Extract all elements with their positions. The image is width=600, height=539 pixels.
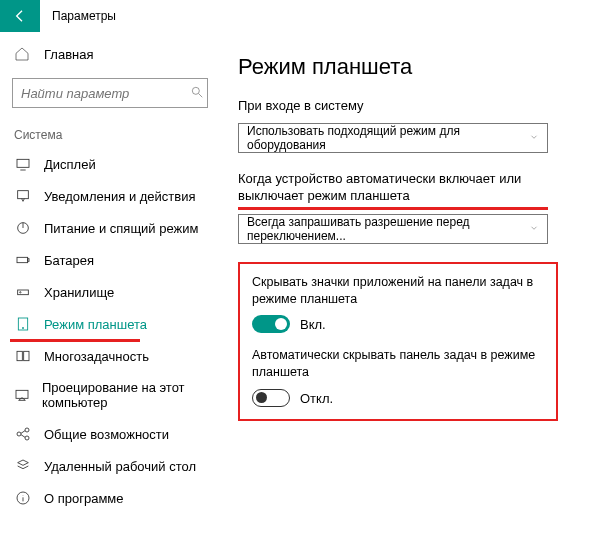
power-icon: [14, 220, 32, 236]
svg-rect-8: [18, 318, 27, 330]
battery-icon: [14, 252, 32, 268]
svg-point-0: [192, 87, 199, 94]
svg-rect-1: [17, 159, 29, 167]
shared-icon: [14, 426, 32, 442]
annotation-underline: [238, 207, 548, 210]
home-link[interactable]: Главная: [0, 40, 220, 68]
tablet-icon: [14, 316, 32, 332]
toggle2-label: Автоматически скрывать панель задач в ре…: [252, 347, 544, 381]
project-icon: [14, 387, 30, 403]
signin-select[interactable]: Использовать подходящий режим для оборуд…: [238, 123, 548, 153]
remote-icon: [14, 458, 32, 474]
nav-label: Питание и спящий режим: [44, 221, 198, 236]
sidebar-item-notifications[interactable]: Уведомления и действия: [0, 180, 220, 212]
sidebar-item-shared[interactable]: Общие возможности: [0, 418, 220, 450]
svg-rect-4: [17, 257, 28, 262]
home-icon: [14, 46, 32, 62]
nav-label: Проецирование на этот компьютер: [42, 380, 206, 410]
app-title: Параметры: [40, 9, 116, 23]
section-title: Система: [0, 122, 220, 148]
nav-label: Многозадачность: [44, 349, 149, 364]
signin-value: Использовать подходящий режим для оборуд…: [247, 124, 529, 152]
toggle2-state: Откл.: [300, 391, 333, 406]
search-input-container[interactable]: [12, 78, 208, 108]
nav-label: Уведомления и действия: [44, 189, 196, 204]
autoswitch-label: Когда устройство автоматически включает …: [238, 171, 582, 205]
chevron-down-icon: [529, 222, 539, 236]
nav-label: О программе: [44, 491, 124, 506]
info-icon: [14, 490, 32, 506]
sidebar-item-power[interactable]: Питание и спящий режим: [0, 212, 220, 244]
multitask-icon: [14, 348, 32, 364]
nav-label: Дисплей: [44, 157, 96, 172]
sidebar-item-battery[interactable]: Батарея: [0, 244, 220, 276]
toggle1-state: Вкл.: [300, 317, 326, 332]
back-button[interactable]: [0, 0, 40, 32]
sidebar-item-projecting[interactable]: Проецирование на этот компьютер: [0, 372, 220, 418]
autoswitch-value: Всегда запрашивать разрешение перед пере…: [247, 215, 529, 243]
search-icon: [190, 85, 204, 102]
svg-point-15: [25, 436, 29, 440]
svg-point-9: [22, 327, 23, 328]
storage-icon: [14, 284, 32, 300]
autoswitch-select[interactable]: Всегда запрашивать разрешение перед пере…: [238, 214, 548, 244]
nav-label: Хранилище: [44, 285, 114, 300]
toggle-hide-icons[interactable]: [252, 315, 290, 333]
svg-rect-5: [28, 259, 29, 262]
notification-icon: [14, 188, 32, 204]
svg-point-7: [20, 292, 21, 293]
chevron-down-icon: [529, 131, 539, 145]
nav-label: Режим планшета: [44, 317, 147, 332]
signin-label: При входе в систему: [238, 98, 582, 115]
svg-rect-10: [17, 351, 22, 360]
display-icon: [14, 156, 32, 172]
sidebar-item-storage[interactable]: Хранилище: [0, 276, 220, 308]
svg-point-13: [17, 432, 21, 436]
nav-label: Батарея: [44, 253, 94, 268]
annotation-highlight-box: Скрывать значки приложений на панели зад…: [238, 262, 558, 422]
toggle1-label: Скрывать значки приложений на панели зад…: [252, 274, 544, 308]
sidebar-item-multitasking[interactable]: Многозадачность: [0, 340, 220, 372]
home-label: Главная: [44, 47, 93, 62]
nav-label: Общие возможности: [44, 427, 169, 442]
svg-rect-11: [24, 351, 29, 360]
sidebar-item-display[interactable]: Дисплей: [0, 148, 220, 180]
svg-rect-2: [18, 191, 29, 199]
svg-point-14: [25, 428, 29, 432]
sidebar-item-remote[interactable]: Удаленный рабочий стол: [0, 450, 220, 482]
search-input[interactable]: [21, 86, 190, 101]
sidebar-item-about[interactable]: О программе: [0, 482, 220, 514]
page-title: Режим планшета: [238, 54, 582, 80]
toggle-hide-taskbar[interactable]: [252, 389, 290, 407]
nav-label: Удаленный рабочий стол: [44, 459, 196, 474]
sidebar-item-tablet-mode[interactable]: Режим планшета: [0, 308, 220, 340]
